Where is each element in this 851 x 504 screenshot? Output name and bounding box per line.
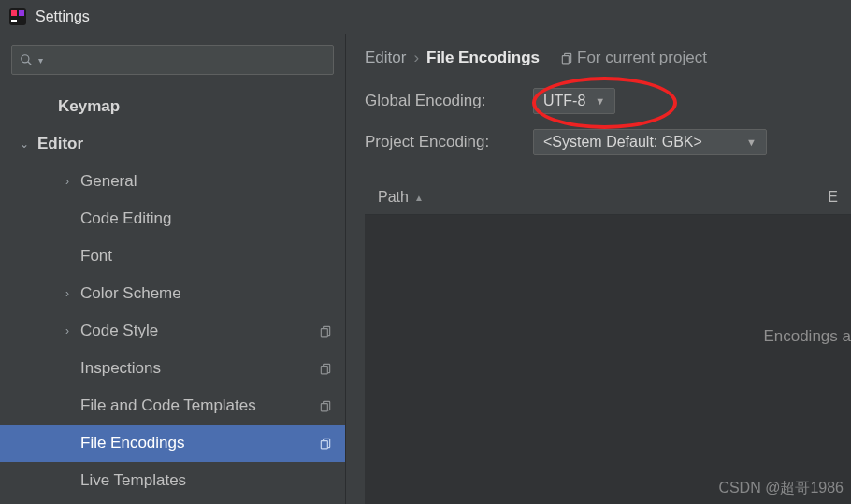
svg-line-5: [28, 62, 32, 65]
hint-text: Encodings a: [763, 327, 851, 346]
project-encoding-dropdown[interactable]: <System Default: GBK> ▼: [533, 129, 767, 155]
tree-item-keymap[interactable]: Keymap: [0, 88, 345, 125]
tree-item-editor[interactable]: ⌄Editor: [0, 125, 345, 163]
sheet-icon: [319, 362, 332, 375]
svg-rect-2: [19, 10, 24, 16]
chevron-right-icon[interactable]: ›: [60, 175, 75, 188]
tree-item-font[interactable]: Font: [0, 238, 345, 275]
sheet-icon: [319, 324, 332, 338]
global-encoding-row: Global Encoding: UTF-8 ▼: [365, 88, 851, 114]
search-input[interactable]: [49, 52, 325, 68]
search-box[interactable]: ▾: [11, 45, 334, 75]
scope-tag: For current project: [560, 49, 707, 67]
table-header: Path▲ E: [365, 180, 851, 215]
global-encoding-label: Global Encoding:: [365, 92, 524, 110]
dropdown-value: UTF-8: [543, 93, 585, 109]
sidebar: ▾ Keymap ⌄Editor ›General Code Editing F…: [0, 34, 346, 504]
svg-rect-9: [321, 367, 327, 374]
breadcrumb: Editor › File Encodings For current proj…: [365, 49, 851, 67]
scope-tag-label: For current project: [577, 49, 707, 67]
svg-rect-15: [562, 56, 569, 64]
chevron-down-icon: ▼: [595, 95, 605, 107]
breadcrumb-parent[interactable]: Editor: [365, 49, 406, 67]
tree-item-general[interactable]: ›General: [0, 163, 345, 200]
tree-item-label: General: [80, 172, 137, 191]
tree-item-label: Editor: [37, 135, 83, 153]
tree-item-live-templates[interactable]: Live Templates: [0, 462, 345, 499]
watermark-text: CSDN @超哥1986: [718, 479, 844, 498]
chevron-down-icon[interactable]: ⌄: [17, 137, 32, 151]
chevron-down-icon: ▼: [746, 137, 757, 148]
svg-rect-3: [11, 20, 17, 22]
window-title: Settings: [36, 8, 90, 25]
project-encoding-label: Project Encoding:: [365, 133, 524, 151]
tree-item-code-editing[interactable]: Code Editing: [0, 200, 345, 238]
tree-item-label: Keymap: [58, 97, 120, 116]
svg-rect-7: [321, 329, 327, 337]
tree-item-templates[interactable]: File and Code Templates: [0, 387, 345, 425]
svg-rect-13: [321, 441, 327, 449]
tree-item-label: Font: [80, 247, 112, 266]
tree-item-label: Inspections: [80, 359, 161, 378]
global-encoding-dropdown[interactable]: UTF-8 ▼: [533, 88, 615, 114]
tree-item-label: Color Scheme: [80, 284, 181, 303]
tree-item-color-scheme[interactable]: ›Color Scheme: [0, 275, 345, 312]
svg-rect-1: [11, 10, 17, 16]
dropdown-value: <System Default: GBK>: [543, 134, 702, 151]
chevron-right-icon: ›: [413, 49, 419, 67]
column-path[interactable]: Path▲: [378, 189, 424, 206]
tree-item-label: File and Code Templates: [80, 396, 256, 415]
chevron-down-icon[interactable]: ▾: [38, 55, 43, 65]
sort-asc-icon: ▲: [414, 193, 424, 203]
content-panel: Editor › File Encodings For current proj…: [346, 34, 851, 504]
project-encoding-row: Project Encoding: <System Default: GBK> …: [365, 129, 851, 155]
column-encoding[interactable]: E: [828, 189, 838, 206]
table-body: Encodings a: [365, 215, 851, 504]
breadcrumb-current: File Encodings: [426, 49, 540, 67]
tree-item-label: File Encodings: [80, 434, 185, 453]
tree-item-label: Code Editing: [80, 209, 171, 228]
tree-item-inspections[interactable]: Inspections: [0, 350, 345, 387]
tree-item-label: Live Templates: [80, 471, 186, 490]
sheet-icon: [560, 51, 573, 65]
search-icon: [20, 53, 33, 66]
svg-point-4: [22, 55, 29, 63]
settings-tree: Keymap ⌄Editor ›General Code Editing Fon…: [0, 84, 345, 503]
svg-rect-11: [321, 404, 327, 411]
tree-item-file-encodings[interactable]: File Encodings: [0, 425, 345, 462]
tree-item-label: Code Style: [80, 322, 158, 340]
sheet-icon: [319, 437, 332, 450]
title-bar: Settings: [0, 0, 851, 34]
tree-item-code-style[interactable]: ›Code Style: [0, 312, 345, 350]
chevron-right-icon[interactable]: ›: [60, 324, 75, 338]
app-icon: [9, 8, 26, 25]
chevron-right-icon[interactable]: ›: [60, 287, 75, 300]
sheet-icon: [319, 399, 332, 412]
